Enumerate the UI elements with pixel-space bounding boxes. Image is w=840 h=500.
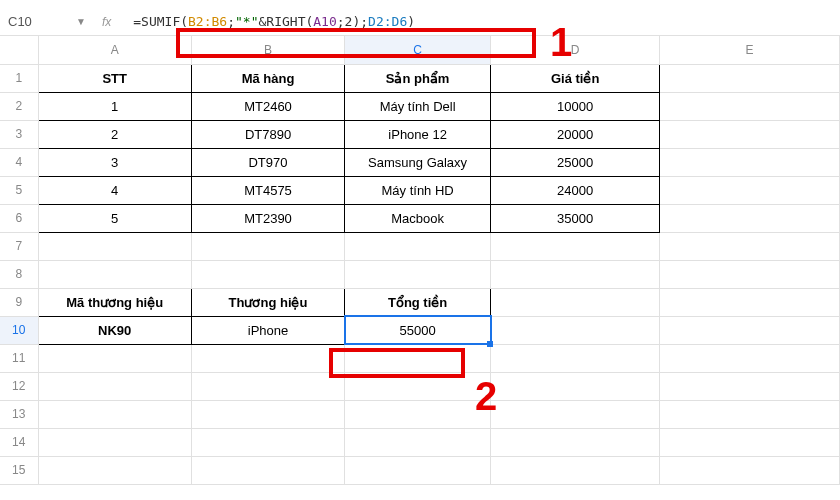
- cell-E4[interactable]: [660, 148, 840, 176]
- cell-E13[interactable]: [660, 400, 840, 428]
- cell-D8[interactable]: [491, 260, 660, 288]
- cell-D9[interactable]: [491, 288, 660, 316]
- spreadsheet-grid[interactable]: A B C D E 1 STT Mã hàng Sản phẩm Giá tiề…: [0, 36, 840, 485]
- active-cell-C10[interactable]: 55000: [345, 316, 491, 344]
- cell-E14[interactable]: [660, 428, 840, 456]
- table1-header-stt[interactable]: STT: [38, 64, 191, 92]
- cell-B14[interactable]: [191, 428, 344, 456]
- col-header-A[interactable]: A: [38, 36, 191, 64]
- row-header-5[interactable]: 5: [0, 176, 38, 204]
- cell-D13[interactable]: [491, 400, 660, 428]
- table-row[interactable]: 35000: [491, 204, 660, 232]
- table2-value-mathuonghieu[interactable]: NK90: [38, 316, 191, 344]
- cell-B15[interactable]: [191, 456, 344, 484]
- cell-A15[interactable]: [38, 456, 191, 484]
- table-row[interactable]: iPhone 12: [345, 120, 491, 148]
- table-row[interactable]: 5: [38, 204, 191, 232]
- cell-D11[interactable]: [491, 344, 660, 372]
- row-header-4[interactable]: 4: [0, 148, 38, 176]
- cell-A13[interactable]: [38, 400, 191, 428]
- table-row[interactable]: 3: [38, 148, 191, 176]
- table-row[interactable]: Máy tính Dell: [345, 92, 491, 120]
- cell-B7[interactable]: [191, 232, 344, 260]
- cell-E10[interactable]: [660, 316, 840, 344]
- cell-B8[interactable]: [191, 260, 344, 288]
- cell-D7[interactable]: [491, 232, 660, 260]
- table-row[interactable]: DT7890: [191, 120, 344, 148]
- table-row[interactable]: 4: [38, 176, 191, 204]
- table-row[interactable]: Máy tính HD: [345, 176, 491, 204]
- row-header-13[interactable]: 13: [0, 400, 38, 428]
- cell-E12[interactable]: [660, 372, 840, 400]
- table-row[interactable]: 10000: [491, 92, 660, 120]
- cell-D12[interactable]: [491, 372, 660, 400]
- row-header-6[interactable]: 6: [0, 204, 38, 232]
- table-row[interactable]: MT2460: [191, 92, 344, 120]
- cell-E5[interactable]: [660, 176, 840, 204]
- table-row[interactable]: Macbook: [345, 204, 491, 232]
- cell-D14[interactable]: [491, 428, 660, 456]
- cell-B11[interactable]: [191, 344, 344, 372]
- row-header-8[interactable]: 8: [0, 260, 38, 288]
- cell-E11[interactable]: [660, 344, 840, 372]
- row-header-10[interactable]: 10: [0, 316, 38, 344]
- row-header-15[interactable]: 15: [0, 456, 38, 484]
- row-header-12[interactable]: 12: [0, 372, 38, 400]
- cell-C12[interactable]: [345, 372, 491, 400]
- table-row[interactable]: DT970: [191, 148, 344, 176]
- row-header-14[interactable]: 14: [0, 428, 38, 456]
- table2-header-tongtien[interactable]: Tổng tiền: [345, 288, 491, 316]
- cell-E6[interactable]: [660, 204, 840, 232]
- cell-A8[interactable]: [38, 260, 191, 288]
- cell-C15[interactable]: [345, 456, 491, 484]
- row-header-2[interactable]: 2: [0, 92, 38, 120]
- row-header-9[interactable]: 9: [0, 288, 38, 316]
- cell-A12[interactable]: [38, 372, 191, 400]
- cell-B12[interactable]: [191, 372, 344, 400]
- cell-A7[interactable]: [38, 232, 191, 260]
- table1-header-mahang[interactable]: Mã hàng: [191, 64, 344, 92]
- table-row[interactable]: 24000: [491, 176, 660, 204]
- cell-E15[interactable]: [660, 456, 840, 484]
- table2-header-mathuonghieu[interactable]: Mã thương hiệu: [38, 288, 191, 316]
- col-header-D[interactable]: D: [491, 36, 660, 64]
- row-header-7[interactable]: 7: [0, 232, 38, 260]
- cell-E7[interactable]: [660, 232, 840, 260]
- table1-header-giatien[interactable]: Giá tiền: [491, 64, 660, 92]
- cell-E8[interactable]: [660, 260, 840, 288]
- cell-D15[interactable]: [491, 456, 660, 484]
- cell-A11[interactable]: [38, 344, 191, 372]
- cell-reference[interactable]: C10: [8, 14, 68, 29]
- table-row[interactable]: 1: [38, 92, 191, 120]
- row-header-1[interactable]: 1: [0, 64, 38, 92]
- cell-E9[interactable]: [660, 288, 840, 316]
- cell-C11[interactable]: [345, 344, 491, 372]
- table-row[interactable]: MT4575: [191, 176, 344, 204]
- cell-B13[interactable]: [191, 400, 344, 428]
- row-header-11[interactable]: 11: [0, 344, 38, 372]
- formula-input[interactable]: =SUMIF(B2:B6;"*"&RIGHT(A10;2);D2:D6): [127, 10, 421, 34]
- col-header-E[interactable]: E: [660, 36, 840, 64]
- table1-header-sanpham[interactable]: Sản phẩm: [345, 64, 491, 92]
- table-row[interactable]: MT2390: [191, 204, 344, 232]
- col-header-C[interactable]: C: [345, 36, 491, 64]
- table-row[interactable]: 25000: [491, 148, 660, 176]
- row-header-3[interactable]: 3: [0, 120, 38, 148]
- table-row[interactable]: 2: [38, 120, 191, 148]
- cell-E2[interactable]: [660, 92, 840, 120]
- table-row[interactable]: Samsung Galaxy: [345, 148, 491, 176]
- table-row[interactable]: 20000: [491, 120, 660, 148]
- cell-E3[interactable]: [660, 120, 840, 148]
- corner-cell[interactable]: [0, 36, 38, 64]
- cell-C7[interactable]: [345, 232, 491, 260]
- col-header-B[interactable]: B: [191, 36, 344, 64]
- table2-header-thuonghieu[interactable]: Thương hiệu: [191, 288, 344, 316]
- table2-value-thuonghieu[interactable]: iPhone: [191, 316, 344, 344]
- cell-C13[interactable]: [345, 400, 491, 428]
- cell-D10[interactable]: [491, 316, 660, 344]
- cell-E1[interactable]: [660, 64, 840, 92]
- cell-ref-dropdown-icon[interactable]: ▼: [76, 16, 86, 27]
- cell-C14[interactable]: [345, 428, 491, 456]
- cell-A14[interactable]: [38, 428, 191, 456]
- cell-C8[interactable]: [345, 260, 491, 288]
